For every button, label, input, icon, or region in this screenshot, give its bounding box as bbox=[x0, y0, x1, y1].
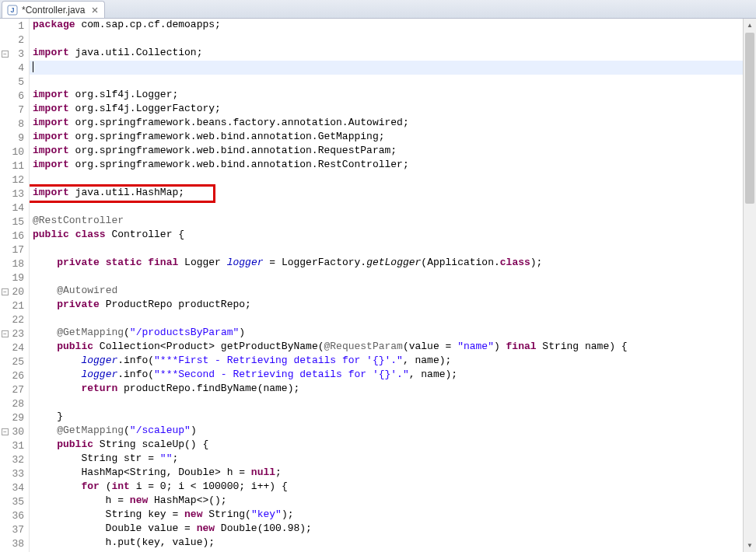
close-icon[interactable] bbox=[90, 5, 100, 15]
editor-tab[interactable]: J *Controller.java bbox=[2, 1, 105, 18]
code-line[interactable]: String key = new String("key"); bbox=[30, 508, 756, 522]
code-line[interactable]: package com.sap.cp.cf.demoapps; bbox=[30, 19, 756, 33]
token-p: String str = bbox=[33, 452, 160, 464]
code-line[interactable]: String str = ""; bbox=[30, 452, 756, 466]
code-line[interactable]: import org.slf4j.LoggerFactory; bbox=[30, 103, 756, 117]
token-kw: return bbox=[81, 383, 117, 394]
fold-marker-icon[interactable]: − bbox=[2, 330, 9, 337]
scroll-thumb[interactable] bbox=[745, 33, 754, 204]
code-pane[interactable]: package com.sap.cp.cf.demoapps;import ja… bbox=[30, 19, 756, 552]
code-line[interactable] bbox=[30, 75, 756, 89]
token-kw: import bbox=[33, 145, 69, 156]
code-line[interactable]: logger.info("***Second - Retrieving deta… bbox=[30, 369, 756, 383]
token-p: Double value = bbox=[33, 522, 197, 534]
code-line[interactable] bbox=[30, 173, 756, 187]
token-p: , name); bbox=[403, 355, 451, 366]
fold-marker-icon[interactable]: − bbox=[2, 428, 9, 435]
code-line[interactable]: public String scaleUp() { bbox=[30, 438, 756, 452]
line-number: 16 bbox=[0, 229, 29, 243]
line-number: 34 bbox=[0, 480, 29, 494]
token-p: ; bbox=[275, 466, 282, 478]
line-number: 37 bbox=[0, 522, 29, 536]
code-line[interactable]: import org.springframework.beans.factory… bbox=[30, 117, 756, 131]
line-number: 19 bbox=[0, 271, 29, 285]
line-number: 8 bbox=[0, 117, 29, 131]
code-line[interactable]: private ProductRepo productRepo; bbox=[30, 299, 756, 313]
token-str: "name" bbox=[457, 341, 494, 352]
line-number: 1 bbox=[0, 19, 29, 33]
code-line[interactable]: @GetMapping("/scaleup") bbox=[30, 424, 756, 438]
code-line[interactable]: import org.springframework.web.bind.anno… bbox=[30, 131, 756, 145]
code-line[interactable]: h = new HashMap<>(); bbox=[30, 494, 756, 508]
line-number: 7 bbox=[0, 103, 29, 117]
token-p: .info( bbox=[117, 355, 154, 366]
token-p: ( bbox=[124, 424, 130, 436]
code-line[interactable]: @Autowired bbox=[30, 285, 756, 299]
code-line[interactable] bbox=[30, 271, 756, 285]
code-line[interactable]: for (int i = 0; i < 100000; i++) { bbox=[30, 480, 756, 494]
code-line[interactable]: @GetMapping("/productsByParam") bbox=[30, 327, 756, 341]
code-line[interactable]: HashMap<String, Double> h = null; bbox=[30, 466, 756, 480]
vertical-scrollbar[interactable]: ▲ ▼ bbox=[743, 19, 756, 552]
code-line[interactable] bbox=[30, 313, 756, 327]
token-kw: import bbox=[33, 131, 69, 142]
code-line[interactable]: import org.springframework.web.bind.anno… bbox=[30, 145, 756, 159]
token-anno: @Autowired bbox=[57, 285, 117, 296]
line-number: 11 bbox=[0, 159, 29, 173]
code-line[interactable]: import java.util.HashMap; bbox=[30, 187, 756, 201]
code-line[interactable]: h.put(key, value); bbox=[30, 536, 756, 550]
token-p: h.put(key, value); bbox=[33, 536, 215, 548]
token-p bbox=[33, 424, 57, 436]
code-line[interactable]: @RestController bbox=[30, 215, 756, 229]
token-kw: new bbox=[130, 494, 148, 506]
line-number: 23− bbox=[0, 327, 29, 341]
token-kw: null bbox=[251, 466, 275, 478]
token-p: (Application. bbox=[421, 257, 499, 268]
token-p bbox=[33, 438, 57, 450]
fold-marker-icon[interactable]: − bbox=[2, 51, 9, 58]
code-line[interactable] bbox=[30, 33, 756, 47]
token-str: "/scaleup" bbox=[130, 424, 191, 436]
code-line[interactable]: private static final Logger logger = Log… bbox=[30, 257, 756, 271]
code-line[interactable] bbox=[30, 201, 756, 215]
code-line[interactable]: public Collection<Product> getProductByN… bbox=[30, 341, 756, 355]
token-kw: import bbox=[33, 89, 69, 100]
line-number: 31 bbox=[0, 438, 29, 452]
code-line[interactable]: public class Controller { bbox=[30, 229, 756, 243]
token-p: , name); bbox=[409, 369, 457, 380]
code-line[interactable]: import org.slf4j.Logger; bbox=[30, 89, 756, 103]
line-number-gutter: 123−4567891011121314151617181920−212223−… bbox=[0, 19, 30, 552]
token-anno: @GetMapping bbox=[57, 327, 124, 338]
token-kw: static bbox=[106, 257, 142, 268]
token-kw: private bbox=[57, 299, 100, 310]
token-anno: @RestController bbox=[33, 215, 124, 226]
token-p: } bbox=[33, 411, 63, 422]
scroll-down-arrow[interactable]: ▼ bbox=[744, 539, 756, 552]
code-line[interactable]: import java.util.Collection; bbox=[30, 47, 756, 61]
line-number: 24 bbox=[0, 341, 29, 355]
tab-bar: J *Controller.java bbox=[0, 0, 756, 19]
fold-marker-icon[interactable]: − bbox=[2, 288, 9, 295]
token-p: ) bbox=[494, 341, 506, 352]
line-number: 9 bbox=[0, 131, 29, 145]
line-number: 2 bbox=[0, 33, 29, 47]
code-line[interactable] bbox=[30, 397, 756, 411]
token-kw: public bbox=[57, 341, 93, 352]
scroll-up-arrow[interactable]: ▲ bbox=[744, 19, 756, 32]
code-line[interactable]: import org.springframework.web.bind.anno… bbox=[30, 159, 756, 173]
token-p: Controller { bbox=[106, 229, 184, 240]
code-line[interactable] bbox=[30, 243, 756, 257]
token-p bbox=[33, 480, 81, 492]
line-number: 25 bbox=[0, 355, 29, 369]
token-anno: @RequestParam bbox=[324, 341, 402, 352]
code-line[interactable] bbox=[30, 61, 756, 75]
token-kw: import bbox=[33, 47, 69, 58]
token-p: ( bbox=[100, 480, 112, 492]
token-p: ProductRepo productRepo; bbox=[100, 299, 251, 310]
code-line[interactable]: } bbox=[30, 411, 756, 424]
token-kw: class bbox=[75, 229, 106, 240]
code-line[interactable]: Double value = new Double(100.98); bbox=[30, 522, 756, 536]
token-p: String( bbox=[202, 508, 250, 520]
code-line[interactable]: logger.info("***First - Retrieving detai… bbox=[30, 355, 756, 369]
code-line[interactable]: return productRepo.findByName(name); bbox=[30, 383, 756, 397]
